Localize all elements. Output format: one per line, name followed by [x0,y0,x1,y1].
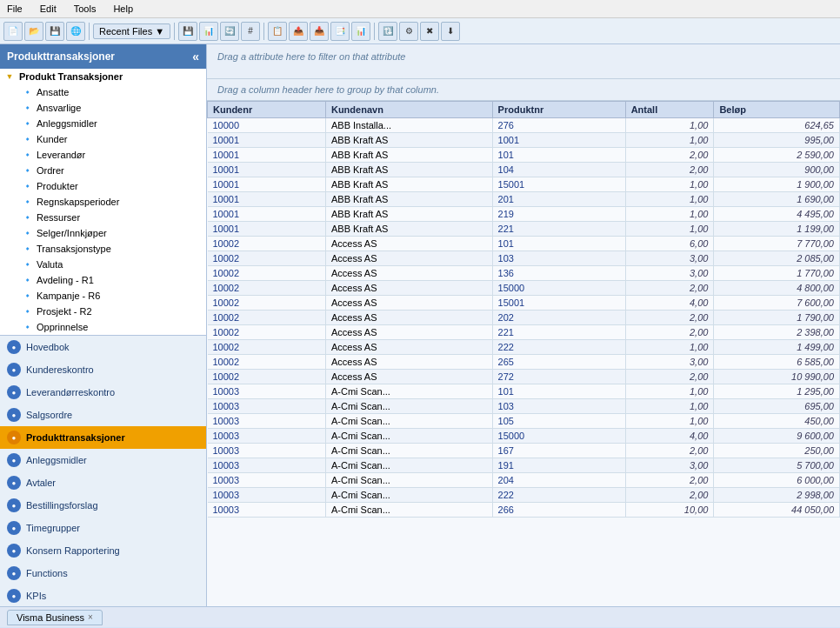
table-row[interactable]: 10003A-Cmi Scan...1011,001 295,00 [208,384,840,399]
sidebar-nav-item[interactable]: ●Avtaler [0,471,206,494]
toolbar-btn10[interactable]: 📑 [330,22,350,41]
table-row[interactable]: 10003A-Cmi Scan...1672,00250,00 [208,444,840,458]
tree-item[interactable]: 🔹Produkter [0,178,206,194]
toolbar-btn9[interactable]: 📥 [310,22,329,41]
sidebar-nav-item[interactable]: ●Produkttransaksjoner [0,426,206,449]
item-icon: 🔹 [21,180,33,192]
tree-item[interactable]: 🔹Ansvarlige [0,100,206,116]
table-row[interactable]: 10003A-Cmi Scan...150004,009 600,00 [208,429,840,444]
table-cell: 1 499,00 [714,340,840,355]
tree-item[interactable]: 🔹Selger/Innkjøper [0,225,206,241]
table-row[interactable]: 10002Access AS2653,006 585,00 [208,355,840,370]
sidebar-nav-item[interactable]: ●Timegrupper [0,517,206,539]
sidebar-nav-item[interactable]: ●Functions [0,562,206,585]
toolbar-new-btn[interactable]: 📄 [3,22,23,41]
table-row[interactable]: 10002Access AS1033,002 085,00 [208,251,840,266]
table-cell: 272 [492,370,625,384]
table-header-row: KundenrKundenavnProduktnrAntallBeløp [208,102,840,118]
menu-file[interactable]: File [3,2,26,16]
table-cell: 250,00 [714,444,840,458]
toolbar-btn4[interactable]: 📊 [199,22,218,41]
toolbar-btn13[interactable]: ⚙ [399,22,418,41]
table-row[interactable]: 10003A-Cmi Scan...26610,0044 050,00 [208,503,840,518]
column-header[interactable]: Beløp [714,102,840,118]
table-row[interactable]: 10002Access AS1016,007 770,00 [208,237,840,251]
table-row[interactable]: 10002Access AS150002,004 800,00 [208,281,840,296]
table-row[interactable]: 10002Access AS1363,001 770,00 [208,266,840,281]
table-row[interactable]: 10001ABB Kraft AS2191,004 495,00 [208,207,840,222]
menu-edit[interactable]: Edit [37,2,60,16]
sidebar-nav-item[interactable]: ●Salgsordre [0,404,206,426]
recent-files-btn[interactable]: Recent Files ▼ [93,23,170,39]
table-row[interactable]: 10003A-Cmi Scan...1913,005 700,00 [208,458,840,473]
toolbar-expand-btn[interactable]: ⬇ [441,22,460,41]
toolbar-btn8[interactable]: 📤 [289,22,308,41]
table-cell: 2,00 [625,488,714,503]
app-tab[interactable]: Visma Business × [7,610,103,625]
column-header[interactable]: Produktnr [492,102,625,118]
tree-item[interactable]: 🔹Kunder [0,131,206,147]
table-row[interactable]: 10003A-Cmi Scan...2042,006 000,00 [208,473,840,488]
tree-item[interactable]: 🔹Leverandør [0,147,206,163]
tree-item[interactable]: 🔹Regnskapsperioder [0,194,206,210]
toolbar-sep2 [174,23,175,40]
toolbar-btn6[interactable]: # [241,22,260,41]
toolbar-btn3[interactable]: 💾 [178,22,197,41]
toolbar-btn11[interactable]: 📊 [351,22,370,41]
sidebar-nav-item[interactable]: ●Leverandørreskontro [0,381,206,404]
table-row[interactable]: 10002Access AS2221,001 499,00 [208,340,840,355]
tree-item-label: Ressurser [37,212,80,223]
sidebar-collapse-btn[interactable]: « [192,50,199,63]
menu-tools[interactable]: Tools [70,2,100,16]
column-header[interactable]: Kundenavn [325,102,492,118]
sidebar-nav-item[interactable]: ●Anleggsmidler [0,449,206,471]
tree-item[interactable]: 🔹Opprinnelse [0,319,206,335]
table-row[interactable]: 10001ABB Kraft AS150011,001 900,00 [208,177,840,192]
table-cell: 3,00 [625,251,714,266]
table-row[interactable]: 10001ABB Kraft AS10011,00995,00 [208,133,840,148]
tree-item[interactable]: 🔹Valuta [0,257,206,272]
column-header[interactable]: Kundenr [208,102,326,118]
sidebar-nav-item[interactable]: ●Kundereskontro [0,358,206,381]
tree-item[interactable]: 🔹Prosjekt - R2 [0,304,206,319]
table-row[interactable]: 10001ABB Kraft AS1042,00900,00 [208,163,840,177]
table-row[interactable]: 10001ABB Kraft AS1012,002 590,00 [208,148,840,163]
sidebar-nav-item[interactable]: ●Hovedbok [0,336,206,358]
toolbar-btn5[interactable]: 🔄 [220,22,239,41]
table-row[interactable]: 10000ABB Installa...2761,00624,65 [208,118,840,133]
table-cell: A-Cmi Scan... [325,444,492,458]
table-row[interactable]: 10002Access AS150014,007 600,00 [208,296,840,311]
table-row[interactable]: 10003A-Cmi Scan...2222,002 998,00 [208,488,840,503]
tree-item[interactable]: 🔹Anleggsmidler [0,116,206,131]
table-row[interactable]: 10002Access AS2212,002 398,00 [208,325,840,340]
menu-help[interactable]: Help [110,2,137,16]
table-row[interactable]: 10001ABB Kraft AS2011,001 690,00 [208,192,840,207]
sidebar-nav-item[interactable]: ●Konsern Rapportering [0,539,206,562]
toolbar-btn14[interactable]: ✖ [420,22,439,41]
tree-item[interactable]: 🔹Avdeling - R1 [0,272,206,288]
tree-item[interactable]: 🔹Ressurser [0,210,206,225]
toolbar-btn7[interactable]: 📋 [268,22,287,41]
table-wrapper[interactable]: KundenrKundenavnProduktnrAntallBeløp 100… [207,101,840,606]
table-row[interactable]: 10003A-Cmi Scan...1031,00695,00 [208,399,840,414]
tree-item[interactable]: 🔹Kampanje - R6 [0,288,206,304]
column-header[interactable]: Antall [625,102,714,118]
toolbar-refresh-btn[interactable]: 🌐 [66,22,85,41]
table-row[interactable]: 10001ABB Kraft AS2211,001 199,00 [208,222,840,237]
table-row[interactable]: 10003A-Cmi Scan...1051,00450,00 [208,414,840,429]
tree-root[interactable]: ▼ Produkt Transaksjoner [0,69,206,84]
toolbar-save-btn[interactable]: 💾 [45,22,64,41]
table-cell: 1,00 [625,192,714,207]
table-cell: 15000 [492,281,625,296]
sidebar-nav-item[interactable]: ●KPIs [0,585,206,606]
table-row[interactable]: 10002Access AS2722,0010 990,00 [208,370,840,384]
tree-item[interactable]: 🔹Ordrer [0,163,206,178]
tab-close-btn[interactable]: × [88,612,93,622]
sidebar-nav-item[interactable]: ●Bestillingsforslag [0,494,206,517]
table-row[interactable]: 10002Access AS2022,001 790,00 [208,311,840,325]
toolbar-btn12[interactable]: 🔃 [378,22,397,41]
table-cell: 222 [492,340,625,355]
tree-item[interactable]: 🔹Ansatte [0,84,206,100]
toolbar-open-btn[interactable]: 📂 [24,22,43,41]
tree-item[interactable]: 🔹Transaksjonstype [0,241,206,257]
